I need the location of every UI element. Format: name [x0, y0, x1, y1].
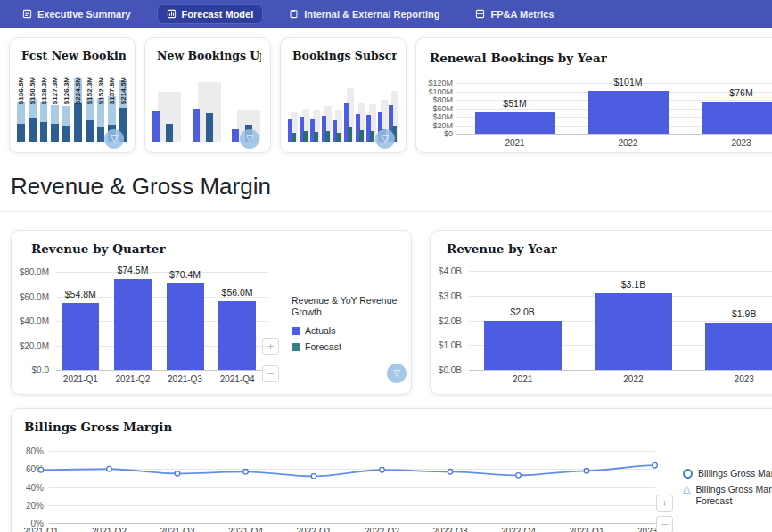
card-title: New Bookings Up... [157, 49, 261, 62]
revenue-by-year-chart[interactable]: $4.0B$3.0B$2.0B$1.0B$0.0B$2.0B2021$3.1B2… [431, 231, 772, 396]
bar-value-label: $214.5M [119, 77, 127, 104]
bar-value-label: $74.5M [107, 265, 160, 275]
zoom-in-button[interactable]: + [262, 338, 279, 355]
axis-tick-label: $80.0M [12, 267, 49, 277]
x-axis-label: 2021 [458, 138, 571, 148]
legend-swatch [292, 343, 300, 351]
legend-item[interactable]: Billings Gross Margin Actuals [683, 468, 772, 479]
tab-forecast-model[interactable]: Forecast Model [157, 4, 264, 24]
bar-column: $150.5M [29, 69, 37, 142]
axis-tick-label: $60M [416, 104, 453, 113]
bar-value-label: $56.0M [211, 287, 264, 298]
axis-tick-label: $1.0B [431, 340, 462, 350]
data-point[interactable] [38, 467, 44, 472]
bar[interactable] [484, 321, 562, 371]
bar-value-label: $1.9B [689, 308, 772, 319]
data-point[interactable] [243, 469, 249, 474]
bar-group[interactable] [288, 74, 298, 142]
zoom-out-button[interactable]: − [656, 516, 673, 532]
axis-tick-label: $0.0 [12, 365, 49, 375]
prior-bar [370, 131, 374, 142]
bar-value-label: $127.3M [51, 77, 59, 104]
bar-group[interactable] [356, 74, 365, 142]
bar-value-label: $152.3M [86, 77, 94, 104]
bar-column: $127.3M [51, 69, 59, 142]
bar-group[interactable] [152, 74, 184, 142]
data-point[interactable] [516, 473, 522, 479]
funnel-icon: ▽ [393, 368, 400, 378]
bar-segment-dark [86, 120, 94, 142]
data-point[interactable] [107, 466, 112, 471]
tab-label: Executive Summary [37, 9, 131, 20]
bar[interactable] [167, 283, 204, 370]
tab-internal-external-reporting[interactable]: Internal & External Reporting [279, 4, 449, 24]
dashboard-root: Executive SummaryForecast ModelInternal … [0, 0, 772, 532]
bar[interactable] [588, 91, 669, 134]
filter-button[interactable]: ▽ [375, 129, 395, 149]
prior-bar [166, 124, 173, 142]
x-axis-label: 2022-Q1 [289, 527, 339, 532]
bar-segment-light [17, 102, 25, 124]
renewal-bookings-chart[interactable]: $120M$100M$80M$60M$40M$20M$0$51M2021$101… [416, 38, 772, 154]
legend-label: Billings Gross Margin Actuals [698, 468, 772, 479]
bar-value-label: $70.4M [159, 269, 211, 280]
prior-bar [303, 131, 308, 142]
bar-group[interactable] [310, 74, 320, 142]
gridline [469, 271, 772, 272]
x-axis-label: 2022-Q2 [357, 527, 407, 532]
stacked-bar[interactable] [17, 102, 25, 142]
legend-item[interactable]: Forecast [292, 341, 409, 353]
triangle-marker-icon: △ [683, 484, 690, 494]
bar-group[interactable] [300, 74, 309, 142]
bar[interactable] [595, 293, 672, 370]
tab-executive-summary[interactable]: Executive Summary [12, 4, 141, 24]
bar-value-label: $54.8M [54, 289, 107, 299]
bar-value-label: $2.0B [467, 307, 578, 317]
bar[interactable] [475, 112, 555, 134]
bar[interactable] [218, 301, 256, 370]
legend-item[interactable]: Actuals [292, 325, 409, 337]
bar-segment-dark [51, 124, 59, 142]
bar[interactable] [114, 279, 152, 370]
prior-bar [325, 131, 330, 142]
data-point[interactable] [448, 469, 453, 474]
legend-swatch [292, 327, 300, 335]
stacked-bar[interactable] [29, 99, 37, 142]
bar-group[interactable] [344, 74, 354, 142]
tab-fp-a-metrics[interactable]: FP&A Metrics [465, 4, 563, 24]
bar-group[interactable] [322, 74, 332, 142]
stacked-bar[interactable] [51, 105, 59, 142]
data-point[interactable] [584, 468, 589, 473]
bar-segment-dark [29, 118, 37, 142]
funnel-icon: ▽ [246, 134, 253, 143]
bar-value-label: $157.8M [108, 77, 116, 104]
filter-button[interactable]: ▽ [104, 129, 124, 149]
card-title: Bookings Subscri... [292, 49, 397, 62]
data-point[interactable] [175, 471, 180, 477]
chart-legend: Billings Gross Margin Actuals△Billings G… [683, 468, 772, 512]
legend-item[interactable]: △Billings Gross Margin Forecast [683, 484, 772, 507]
bar-column: $126.3M [62, 69, 70, 142]
x-axis-label: 2023 [689, 374, 772, 384]
stacked-bar[interactable] [62, 106, 70, 143]
data-point[interactable] [653, 462, 658, 468]
bar-group[interactable] [333, 74, 342, 142]
filter-button[interactable]: ▽ [240, 129, 259, 149]
data-point[interactable] [380, 467, 385, 472]
legend-label: Billings Gross Margin Forecast [695, 484, 772, 507]
bar[interactable] [705, 323, 772, 370]
stacked-bar[interactable] [40, 102, 48, 142]
bar-chart-icon [167, 9, 177, 19]
prior-bar [206, 113, 213, 142]
filter-button[interactable]: ▽ [387, 364, 407, 383]
bar[interactable] [702, 102, 772, 134]
bar-group[interactable] [366, 74, 376, 142]
zoom-out-button[interactable]: − [262, 365, 279, 382]
card-revenue-by-quarter: Revenue by Quarter $80.0M$60.0M$40.0M$20… [11, 230, 412, 395]
stacked-bar[interactable] [86, 98, 94, 142]
data-point[interactable] [311, 474, 316, 479]
zoom-in-button[interactable]: + [656, 495, 673, 512]
bar[interactable] [62, 303, 99, 370]
stacked-bar[interactable] [97, 98, 105, 142]
bar-group[interactable] [193, 74, 224, 142]
